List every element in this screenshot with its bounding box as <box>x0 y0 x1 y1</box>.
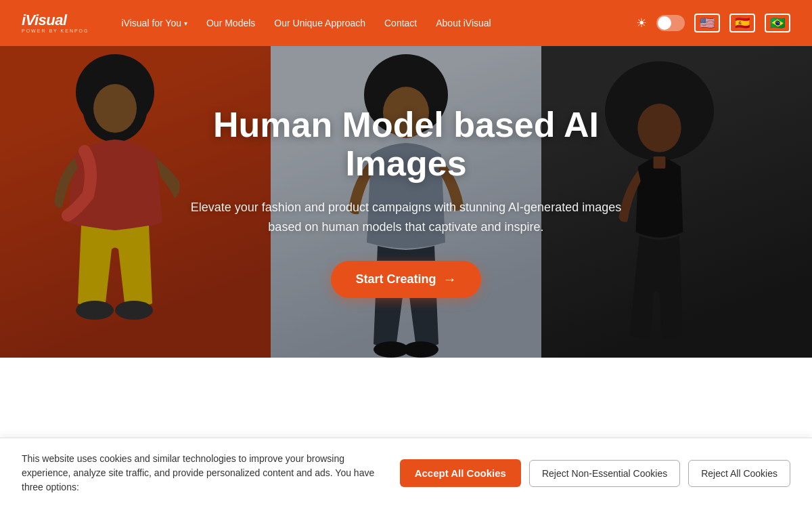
nav-our-models[interactable]: Our Models <box>206 18 255 28</box>
hero-content: Human Model based AI Images Elevate your… <box>169 106 643 299</box>
reject-all-cookies-button[interactable]: Reject All Cookies <box>688 460 790 487</box>
logo[interactable]: iVisual POWER BY KENPOG <box>22 13 89 33</box>
below-hero: This website uses cookies and similar te… <box>0 358 812 508</box>
arrow-icon: → <box>443 272 457 287</box>
hero-subtitle: Elevate your fashion and product campaig… <box>183 198 629 237</box>
flag-es[interactable]: 🇪🇸 <box>729 14 755 33</box>
cookie-text: This website uses cookies and similar te… <box>22 452 378 494</box>
flag-us[interactable]: 🇺🇸 <box>694 14 720 33</box>
flag-br[interactable]: 🇧🇷 <box>765 14 790 33</box>
logo-tagline: POWER BY KENPOG <box>22 28 89 33</box>
cta-label: Start Creating <box>355 272 436 287</box>
hero-section: Human Model based AI Images Elevate your… <box>0 46 812 358</box>
chevron-down-icon: ▾ <box>184 20 187 27</box>
nav-contact[interactable]: Contact <box>384 18 417 28</box>
logo-text: iVisual <box>22 13 89 28</box>
navbar: iVisual POWER BY KENPOG iVisual for You … <box>0 0 812 46</box>
toggle-thumb <box>658 16 671 30</box>
sun-icon: ☀ <box>636 16 647 30</box>
nav-links: iVisual for You ▾ Our Models Our Unique … <box>122 18 615 28</box>
accept-cookies-button[interactable]: Accept All Cookies <box>400 459 521 487</box>
nav-right: ☀ 🇺🇸 🇪🇸 🇧🇷 <box>636 14 790 33</box>
reject-non-essential-button[interactable]: Reject Non-Essential Cookies <box>529 460 680 487</box>
theme-toggle[interactable] <box>656 15 685 31</box>
hero-title: Human Model based AI Images <box>183 106 629 183</box>
nav-unique-approach[interactable]: Our Unique Approach <box>274 18 365 28</box>
start-creating-button[interactable]: Start Creating → <box>331 261 480 298</box>
cookie-banner: This website uses cookies and similar te… <box>0 438 812 508</box>
nav-ivisual-for-you[interactable]: iVisual for You ▾ <box>122 18 187 28</box>
nav-about[interactable]: About iVisual <box>436 18 491 28</box>
cookie-buttons: Accept All Cookies Reject Non-Essential … <box>400 459 790 487</box>
